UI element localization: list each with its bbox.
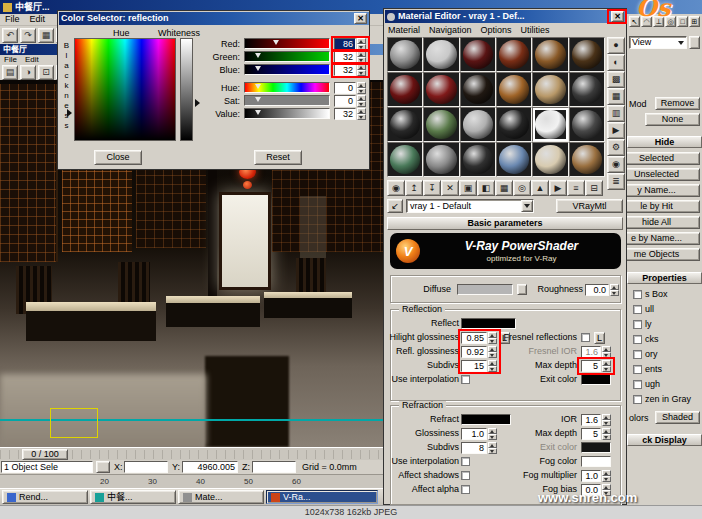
diffuse-color-swatch[interactable] [457, 284, 513, 295]
material-sample-slot[interactable] [532, 72, 568, 107]
background-icon[interactable]: ▩ [607, 71, 625, 88]
toolbar-icon[interactable]: ▦ [38, 28, 54, 43]
material-sample-slot[interactable] [496, 72, 532, 107]
display-property-checkbox[interactable] [633, 380, 642, 389]
green-value-field[interactable]: 32 [334, 51, 356, 63]
material-editor-close-button[interactable]: ✕ [611, 11, 624, 22]
sample-uv-tiling-icon[interactable]: ▦ [607, 88, 625, 105]
material-sample-slot[interactable] [460, 107, 496, 142]
fog-multiplier-spinner[interactable] [602, 470, 611, 482]
taskbar-button-material[interactable]: Mate... [178, 490, 264, 504]
material-editor-title-bar[interactable]: Material Editor - vray 1 - Def... ✕ [385, 10, 626, 23]
material-sample-slot[interactable] [496, 37, 532, 72]
material-type-button[interactable]: VRayMtl [556, 199, 623, 213]
y-coordinate-field[interactable]: 4960.005 [182, 461, 238, 473]
close-button[interactable]: Close [94, 150, 142, 165]
material-sample-slot[interactable] [387, 107, 423, 142]
fresnel-reflections-checkbox[interactable] [581, 333, 590, 342]
blackness-marker-icon[interactable] [67, 109, 72, 117]
red-spinner[interactable] [357, 38, 366, 50]
reset-button[interactable]: Reset [254, 150, 302, 165]
display-property-checkbox[interactable] [633, 350, 642, 359]
go-forward-to-sibling-icon[interactable]: ▶ [549, 180, 567, 196]
toolbar-icon[interactable]: ▤ [2, 65, 18, 80]
reflection-subdivs-field[interactable]: 15 [461, 360, 487, 372]
material-sample-slot[interactable] [532, 107, 568, 142]
refraction-subdivs-spinner[interactable] [488, 442, 497, 454]
fresnel-lock-button[interactable]: L [594, 332, 605, 344]
assign-material-to-selection-icon[interactable]: ↧ [423, 180, 441, 196]
blue-slider[interactable] [244, 64, 330, 75]
show-end-result-icon[interactable]: ◎ [513, 180, 531, 196]
ior-spinner[interactable] [602, 414, 611, 426]
roughness-field[interactable]: 0.0 [585, 284, 609, 296]
options-icon[interactable]: ⚙ [607, 139, 625, 156]
menu-material[interactable]: Material [388, 26, 420, 35]
material-sample-slot[interactable] [569, 107, 605, 142]
red-value-field[interactable]: 86 [334, 38, 356, 50]
blue-spinner[interactable] [357, 64, 366, 76]
menu-navigation[interactable]: Navigation [429, 26, 472, 35]
value-slider[interactable] [244, 108, 330, 119]
inner-menu-edit[interactable]: Edit [25, 56, 39, 64]
hue-blackness-picker[interactable] [74, 38, 176, 141]
material-sample-slot[interactable] [460, 72, 496, 107]
red-slider[interactable] [244, 38, 330, 49]
shaded-button[interactable]: Shaded [655, 411, 700, 424]
inner-menu-file[interactable]: File [4, 56, 17, 64]
refl-glossiness-field[interactable]: 0.92 [461, 346, 487, 358]
display-properties-rollout-header[interactable]: Properties [627, 272, 702, 284]
x-coordinate-field[interactable] [124, 461, 168, 473]
menu-options[interactable]: Options [481, 26, 512, 35]
display-tab-icon[interactable]: □ [677, 16, 688, 27]
green-spinner[interactable] [357, 51, 366, 63]
material-sample-slot[interactable] [423, 37, 459, 72]
diffuse-map-button[interactable] [517, 284, 527, 295]
get-material-icon[interactable]: ◉ [387, 180, 405, 196]
pick-material-from-object-icon[interactable]: ↙ [387, 199, 403, 213]
utilities-tab-icon[interactable]: ⊞ [689, 16, 700, 27]
reflection-max-depth-field[interactable]: 5 [581, 360, 601, 372]
color-selector-title-bar[interactable]: Color Selector: reflection ✕ [59, 12, 369, 25]
display-property-checkbox[interactable] [633, 305, 642, 314]
hue-slider[interactable] [244, 82, 330, 93]
material-sample-slot[interactable] [460, 142, 496, 177]
affect-shadows-checkbox[interactable] [461, 471, 470, 480]
material-sample-slot[interactable] [532, 37, 568, 72]
go-to-parent-icon[interactable]: ▲ [531, 180, 549, 196]
toolbar-icon[interactable]: ↷ [20, 28, 36, 43]
display-property-checkbox[interactable] [633, 395, 642, 404]
put-to-library-icon[interactable]: ↥ [405, 180, 423, 196]
sample-type-icon[interactable]: ● [607, 37, 625, 54]
material-sample-slot[interactable] [569, 37, 605, 72]
affect-alpha-checkbox[interactable] [461, 485, 470, 494]
value-spinner[interactable] [357, 108, 366, 120]
refraction-exit-color-swatch[interactable] [581, 442, 611, 453]
options-menu-icon[interactable]: ⊟ [585, 180, 603, 196]
show-map-in-viewport-icon[interactable]: ▦ [495, 180, 513, 196]
taskbar-button-vray[interactable]: V-Ra... [266, 490, 378, 504]
hilight-glossiness-field[interactable]: 0.85 [461, 332, 487, 344]
view-dropdown[interactable]: View [629, 36, 687, 49]
reflection-use-interpolation-checkbox[interactable] [461, 375, 470, 384]
sat-spinner[interactable] [357, 95, 366, 107]
material-sample-slot[interactable] [423, 107, 459, 142]
hue-spinner[interactable] [357, 82, 366, 94]
display-property-checkbox[interactable] [633, 365, 642, 374]
hide-rollout-header[interactable]: Hide [627, 136, 702, 148]
make-unique-icon[interactable]: ▣ [459, 180, 477, 196]
sat-slider[interactable] [244, 95, 330, 106]
material-sample-slot[interactable] [423, 142, 459, 177]
material-sample-slot[interactable] [569, 142, 605, 177]
refraction-max-depth-field[interactable]: 5 [581, 428, 601, 440]
make-preview-icon[interactable]: ▶ [607, 122, 625, 139]
green-slider[interactable] [244, 51, 330, 62]
material-sample-slot[interactable] [569, 72, 605, 107]
backlight-icon[interactable]: ◐ [607, 54, 625, 71]
axis-icon[interactable] [689, 36, 700, 49]
time-slider[interactable]: 0 / 100 [22, 449, 68, 460]
material-sample-slot[interactable] [496, 107, 532, 142]
hue-value-field[interactable]: 0 [334, 82, 356, 94]
refraction-subdivs-field[interactable]: 8 [461, 442, 487, 454]
material-sample-slot[interactable] [387, 142, 423, 177]
